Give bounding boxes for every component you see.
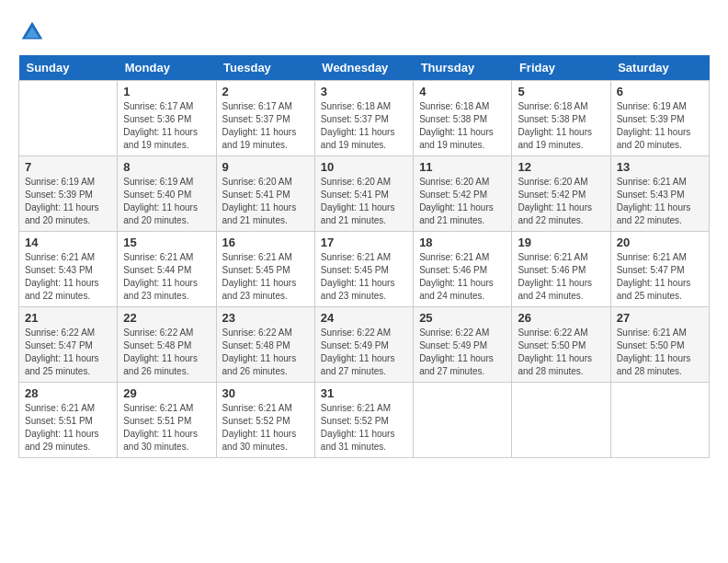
day-number: 12 <box>518 160 604 174</box>
day-detail: Sunrise: 6:21 AMSunset: 5:47 PMDaylight:… <box>617 251 703 303</box>
logo-icon <box>18 18 46 46</box>
day-detail: Sunrise: 6:21 AMSunset: 5:43 PMDaylight:… <box>617 176 703 227</box>
calendar-cell: 14Sunrise: 6:21 AMSunset: 5:43 PMDayligh… <box>19 232 118 307</box>
day-detail: Sunrise: 6:19 AMSunset: 5:40 PMDaylight:… <box>123 176 210 227</box>
day-detail: Sunrise: 6:19 AMSunset: 5:39 PMDaylight:… <box>25 176 111 227</box>
calendar-cell: 30Sunrise: 6:21 AMSunset: 5:52 PMDayligh… <box>216 383 314 458</box>
calendar-cell: 5Sunrise: 6:18 AMSunset: 5:38 PMDaylight… <box>512 81 610 156</box>
calendar-cell: 8Sunrise: 6:19 AMSunset: 5:40 PMDaylight… <box>118 156 216 232</box>
calendar-cell: 29Sunrise: 6:21 AMSunset: 5:51 PMDayligh… <box>118 383 216 458</box>
calendar-cell: 17Sunrise: 6:21 AMSunset: 5:45 PMDayligh… <box>314 232 413 307</box>
day-detail: Sunrise: 6:20 AMSunset: 5:41 PMDaylight:… <box>222 176 309 227</box>
day-detail: Sunrise: 6:22 AMSunset: 5:48 PMDaylight:… <box>123 327 210 378</box>
calendar-cell: 25Sunrise: 6:22 AMSunset: 5:49 PMDayligh… <box>414 307 512 383</box>
day-number: 28 <box>25 386 111 400</box>
calendar-cell <box>414 383 512 458</box>
calendar-table: SundayMondayTuesdayWednesdayThursdayFrid… <box>18 55 710 458</box>
calendar-cell: 4Sunrise: 6:18 AMSunset: 5:38 PMDaylight… <box>414 81 512 156</box>
day-number: 4 <box>419 85 506 98</box>
day-detail: Sunrise: 6:20 AMSunset: 5:42 PMDaylight:… <box>419 176 506 227</box>
week-row-0: 1Sunrise: 6:17 AMSunset: 5:36 PMDaylight… <box>19 81 710 156</box>
calendar-cell: 26Sunrise: 6:22 AMSunset: 5:50 PMDayligh… <box>512 307 610 383</box>
day-number: 6 <box>617 85 703 98</box>
day-number: 21 <box>25 311 111 325</box>
day-number: 23 <box>222 311 309 325</box>
week-row-4: 28Sunrise: 6:21 AMSunset: 5:51 PMDayligh… <box>19 383 710 458</box>
day-detail: Sunrise: 6:21 AMSunset: 5:52 PMDaylight:… <box>321 402 407 454</box>
header-day-tuesday: Tuesday <box>216 55 314 81</box>
day-number: 11 <box>419 160 506 174</box>
day-detail: Sunrise: 6:21 AMSunset: 5:44 PMDaylight:… <box>123 251 210 303</box>
day-number: 31 <box>321 386 407 400</box>
week-row-3: 21Sunrise: 6:22 AMSunset: 5:47 PMDayligh… <box>19 307 710 383</box>
day-detail: Sunrise: 6:22 AMSunset: 5:49 PMDaylight:… <box>321 327 407 378</box>
day-number: 27 <box>617 311 703 325</box>
header-day-sunday: Sunday <box>19 55 118 81</box>
calendar-cell: 9Sunrise: 6:20 AMSunset: 5:41 PMDaylight… <box>216 156 314 232</box>
calendar-body: 1Sunrise: 6:17 AMSunset: 5:36 PMDaylight… <box>19 81 710 458</box>
day-number: 10 <box>321 160 407 174</box>
day-detail: Sunrise: 6:20 AMSunset: 5:42 PMDaylight:… <box>518 176 604 227</box>
day-detail: Sunrise: 6:21 AMSunset: 5:45 PMDaylight:… <box>321 251 407 303</box>
calendar-cell: 13Sunrise: 6:21 AMSunset: 5:43 PMDayligh… <box>610 156 709 232</box>
day-detail: Sunrise: 6:17 AMSunset: 5:36 PMDaylight:… <box>123 100 210 152</box>
calendar-cell: 23Sunrise: 6:22 AMSunset: 5:48 PMDayligh… <box>216 307 314 383</box>
day-detail: Sunrise: 6:21 AMSunset: 5:51 PMDaylight:… <box>123 402 210 454</box>
day-detail: Sunrise: 6:19 AMSunset: 5:39 PMDaylight:… <box>617 100 703 152</box>
calendar-cell <box>610 383 709 458</box>
day-number: 26 <box>518 311 604 325</box>
calendar-cell: 28Sunrise: 6:21 AMSunset: 5:51 PMDayligh… <box>19 383 118 458</box>
day-detail: Sunrise: 6:21 AMSunset: 5:46 PMDaylight:… <box>419 251 506 303</box>
day-number: 9 <box>222 160 309 174</box>
day-number: 7 <box>25 160 111 174</box>
day-detail: Sunrise: 6:21 AMSunset: 5:50 PMDaylight:… <box>617 327 703 378</box>
logo <box>18 18 50 46</box>
day-detail: Sunrise: 6:20 AMSunset: 5:41 PMDaylight:… <box>321 176 407 227</box>
day-number: 8 <box>123 160 210 174</box>
calendar-cell: 12Sunrise: 6:20 AMSunset: 5:42 PMDayligh… <box>512 156 610 232</box>
header-row: SundayMondayTuesdayWednesdayThursdayFrid… <box>19 55 710 81</box>
calendar-header: SundayMondayTuesdayWednesdayThursdayFrid… <box>19 55 710 81</box>
day-detail: Sunrise: 6:22 AMSunset: 5:49 PMDaylight:… <box>419 327 506 378</box>
header <box>18 18 710 46</box>
week-row-1: 7Sunrise: 6:19 AMSunset: 5:39 PMDaylight… <box>19 156 710 232</box>
day-number: 15 <box>123 236 210 249</box>
calendar-cell <box>19 81 118 156</box>
day-number: 18 <box>419 236 506 249</box>
calendar-cell: 31Sunrise: 6:21 AMSunset: 5:52 PMDayligh… <box>314 383 413 458</box>
day-number: 2 <box>222 85 309 98</box>
calendar-cell <box>512 383 610 458</box>
calendar-cell: 22Sunrise: 6:22 AMSunset: 5:48 PMDayligh… <box>118 307 216 383</box>
day-number: 14 <box>25 236 111 249</box>
day-number: 19 <box>518 236 604 249</box>
calendar-cell: 7Sunrise: 6:19 AMSunset: 5:39 PMDaylight… <box>19 156 118 232</box>
header-day-saturday: Saturday <box>610 55 709 81</box>
day-detail: Sunrise: 6:18 AMSunset: 5:38 PMDaylight:… <box>419 100 506 152</box>
calendar-cell: 16Sunrise: 6:21 AMSunset: 5:45 PMDayligh… <box>216 232 314 307</box>
day-number: 30 <box>222 386 309 400</box>
day-detail: Sunrise: 6:22 AMSunset: 5:48 PMDaylight:… <box>222 327 309 378</box>
day-number: 20 <box>617 236 703 249</box>
day-detail: Sunrise: 6:21 AMSunset: 5:45 PMDaylight:… <box>222 251 309 303</box>
calendar-cell: 27Sunrise: 6:21 AMSunset: 5:50 PMDayligh… <box>610 307 709 383</box>
calendar-cell: 20Sunrise: 6:21 AMSunset: 5:47 PMDayligh… <box>610 232 709 307</box>
header-day-friday: Friday <box>512 55 610 81</box>
day-detail: Sunrise: 6:21 AMSunset: 5:51 PMDaylight:… <box>25 402 111 454</box>
day-detail: Sunrise: 6:18 AMSunset: 5:37 PMDaylight:… <box>321 100 407 152</box>
day-number: 13 <box>617 160 703 174</box>
header-day-wednesday: Wednesday <box>314 55 413 81</box>
calendar-cell: 21Sunrise: 6:22 AMSunset: 5:47 PMDayligh… <box>19 307 118 383</box>
calendar-cell: 10Sunrise: 6:20 AMSunset: 5:41 PMDayligh… <box>314 156 413 232</box>
day-detail: Sunrise: 6:21 AMSunset: 5:52 PMDaylight:… <box>222 402 309 454</box>
day-detail: Sunrise: 6:18 AMSunset: 5:38 PMDaylight:… <box>518 100 604 152</box>
day-detail: Sunrise: 6:21 AMSunset: 5:43 PMDaylight:… <box>25 251 111 303</box>
calendar-cell: 3Sunrise: 6:18 AMSunset: 5:37 PMDaylight… <box>314 81 413 156</box>
day-detail: Sunrise: 6:17 AMSunset: 5:37 PMDaylight:… <box>222 100 309 152</box>
day-detail: Sunrise: 6:22 AMSunset: 5:47 PMDaylight:… <box>25 327 111 378</box>
day-detail: Sunrise: 6:21 AMSunset: 5:46 PMDaylight:… <box>518 251 604 303</box>
calendar-cell: 19Sunrise: 6:21 AMSunset: 5:46 PMDayligh… <box>512 232 610 307</box>
day-number: 16 <box>222 236 309 249</box>
header-day-monday: Monday <box>118 55 216 81</box>
day-number: 3 <box>321 85 407 98</box>
day-detail: Sunrise: 6:22 AMSunset: 5:50 PMDaylight:… <box>518 327 604 378</box>
